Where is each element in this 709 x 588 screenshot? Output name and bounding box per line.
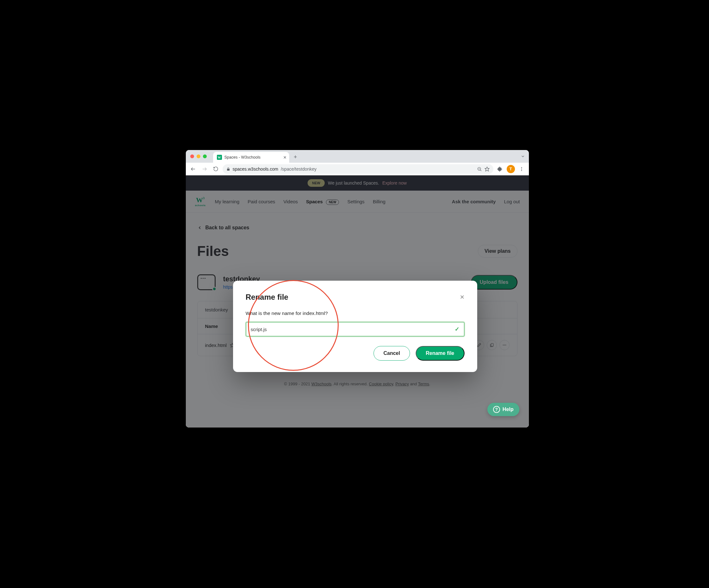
profile-avatar[interactable]: T bbox=[507, 165, 515, 173]
nav-forward-button[interactable] bbox=[200, 164, 209, 174]
browser-toolbar: spaces.w3schools.com/space/testdonkey T bbox=[186, 163, 529, 175]
svg-point-6 bbox=[521, 167, 522, 168]
modal-title: Rename file bbox=[246, 293, 289, 302]
browser-menu-icon[interactable] bbox=[517, 164, 526, 174]
bookmark-star-icon[interactable] bbox=[484, 167, 490, 172]
svg-line-3 bbox=[480, 170, 481, 171]
rename-button[interactable]: Rename file bbox=[416, 346, 465, 361]
address-bar[interactable]: spaces.w3schools.com/space/testdonkey bbox=[222, 164, 493, 174]
valid-check-icon: ✓ bbox=[455, 326, 459, 333]
zoom-icon[interactable] bbox=[477, 167, 482, 172]
window-controls bbox=[190, 154, 207, 158]
tab-strip: W Spaces - W3schools ✕ + bbox=[186, 150, 529, 163]
svg-marker-5 bbox=[485, 167, 489, 171]
help-icon: ? bbox=[493, 406, 500, 413]
url-host: spaces.w3schools.com bbox=[233, 167, 279, 172]
modal-close-button[interactable]: ✕ bbox=[460, 294, 465, 301]
window-maximize-button[interactable] bbox=[203, 154, 207, 158]
window-minimize-button[interactable] bbox=[196, 154, 201, 158]
extensions-icon[interactable] bbox=[495, 164, 505, 174]
svg-point-8 bbox=[521, 170, 522, 171]
svg-point-7 bbox=[521, 169, 522, 169]
avatar-letter: T bbox=[509, 167, 512, 171]
lock-icon bbox=[227, 167, 230, 171]
browser-window: W Spaces - W3schools ✕ + bbox=[186, 150, 529, 428]
tab-title: Spaces - W3schools bbox=[225, 155, 261, 159]
tab-close-icon[interactable]: ✕ bbox=[283, 155, 287, 160]
help-button[interactable]: ? Help bbox=[488, 403, 519, 416]
url-path: /space/testdonkey bbox=[281, 167, 316, 172]
tabs-dropdown-icon[interactable] bbox=[521, 154, 525, 159]
browser-tab[interactable]: W Spaces - W3schools ✕ bbox=[213, 152, 289, 163]
new-tab-button[interactable]: + bbox=[291, 153, 300, 161]
help-label: Help bbox=[503, 407, 514, 412]
modal-prompt: What is the new name for index.html? bbox=[246, 310, 465, 316]
tab-favicon: W bbox=[217, 155, 222, 160]
cancel-button[interactable]: Cancel bbox=[373, 346, 410, 361]
nav-back-button[interactable] bbox=[188, 164, 198, 174]
window-close-button[interactable] bbox=[190, 154, 194, 158]
nav-reload-button[interactable] bbox=[211, 164, 221, 174]
filename-input[interactable] bbox=[251, 327, 455, 332]
rename-file-modal: Rename file ✕ What is the new name for i… bbox=[233, 281, 477, 372]
filename-input-wrapper: ✓ bbox=[246, 322, 465, 336]
